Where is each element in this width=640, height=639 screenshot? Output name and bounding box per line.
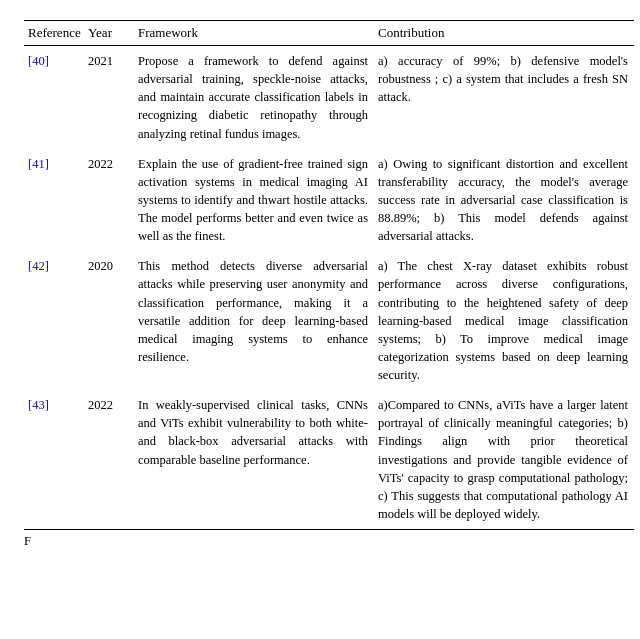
col-header-year: Year bbox=[84, 21, 134, 46]
year-cell: 2022 bbox=[84, 390, 134, 529]
year-cell: 2021 bbox=[84, 46, 134, 149]
framework-cell: This method detects diverse adversarial … bbox=[134, 251, 374, 390]
table-row: [42]2020This method detects diverse adve… bbox=[24, 251, 634, 390]
table-row: [40]2021Propose a framework to defend ag… bbox=[24, 46, 634, 149]
year-cell: 2020 bbox=[84, 251, 134, 390]
reference-link[interactable]: [40] bbox=[28, 54, 49, 68]
col-header-contribution: Contribution bbox=[374, 21, 634, 46]
framework-cell: In weakly-supervised clinical tasks, CNN… bbox=[134, 390, 374, 529]
framework-cell: Explain the use of gradient-free trained… bbox=[134, 149, 374, 252]
contribution-cell: a)Compared to CNNs, aViTs have a larger … bbox=[374, 390, 634, 529]
col-header-reference: Reference bbox=[24, 21, 84, 46]
year-cell: 2022 bbox=[84, 149, 134, 252]
reference-link[interactable]: [42] bbox=[28, 259, 49, 273]
table-row: [43]2022In weakly-supervised clinical ta… bbox=[24, 390, 634, 529]
table-row: [41]2022Explain the use of gradient-free… bbox=[24, 149, 634, 252]
framework-cell: Propose a framework to defend against ad… bbox=[134, 46, 374, 149]
reference-link[interactable]: [43] bbox=[28, 398, 49, 412]
col-header-framework: Framework bbox=[134, 21, 374, 46]
contribution-cell: a) Owing to significant distortion and e… bbox=[374, 149, 634, 252]
contribution-cell: a) accuracy of 99%; b) defensive model's… bbox=[374, 46, 634, 149]
reference-link[interactable]: [41] bbox=[28, 157, 49, 171]
main-table: Reference Year Framework Contribution [4… bbox=[24, 20, 634, 530]
contribution-cell: a) The chest X-ray dataset exhibits robu… bbox=[374, 251, 634, 390]
footer-label: F bbox=[24, 534, 616, 549]
